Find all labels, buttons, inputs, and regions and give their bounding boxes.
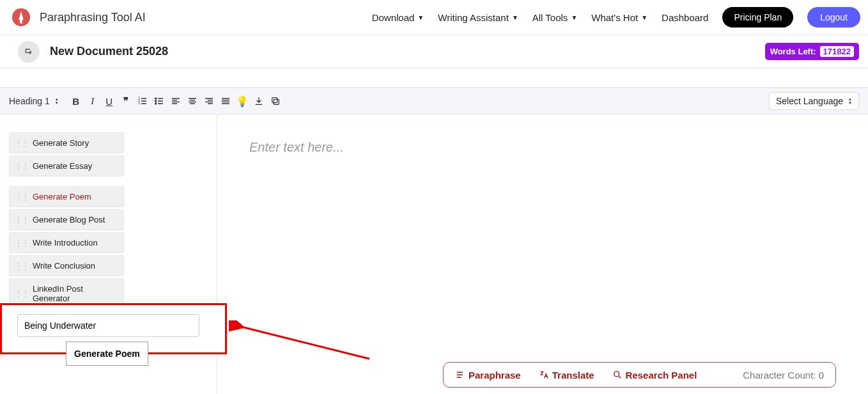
caret-down-icon: ▼ [641, 14, 647, 21]
sidebar-item-generate-story[interactable]: ⋮⋮Generate Story [9, 132, 124, 154]
svg-line-9 [242, 327, 369, 359]
svg-point-4 [155, 98, 156, 99]
grip-icon: ⋮⋮ [15, 239, 29, 248]
sidebar-item-generate-essay[interactable]: ⋮⋮Generate Essay [9, 155, 124, 177]
underline-button[interactable]: U [101, 93, 118, 109]
svg-rect-8 [272, 98, 277, 103]
caret-down-icon: ▼ [417, 14, 424, 21]
caret-down-icon: ▼ [512, 14, 518, 21]
grip-icon: ⋮⋮ [15, 216, 29, 225]
grip-icon: ⋮⋮ [15, 193, 29, 201]
app-logo [12, 8, 31, 27]
translate-button[interactable]: Translate [539, 370, 594, 381]
sidebar-item-write-conclusion[interactable]: ⋮⋮Write Conclusion [9, 255, 124, 276]
align-center-button[interactable] [184, 93, 201, 109]
sidebar-item-write-introduction[interactable]: ⋮⋮Write Introduction [9, 232, 124, 253]
heading-selector[interactable]: Heading 1 ▲▼ [9, 96, 59, 106]
grip-icon: ⋮⋮ [15, 262, 29, 271]
main-header: Paraphrasing Tool AI Download▼ Writing A… [0, 0, 868, 35]
italic-button[interactable]: I [84, 93, 101, 109]
nav-writing-assistant[interactable]: Writing Assistant▼ [438, 12, 518, 23]
grip-icon: ⋮⋮ [15, 289, 29, 298]
sidebar: ⋮⋮Generate Story ⋮⋮Generate Essay ⋮⋮Gene… [0, 114, 217, 394]
bottom-action-panel: Paraphrase Translate Research Panel Char… [443, 362, 836, 388]
document-title: New Document 25028 [50, 45, 168, 58]
nav-dashboard[interactable]: Dashboard [662, 12, 708, 23]
prompt-input[interactable] [17, 314, 199, 337]
sidebar-item-generate-blog-post[interactable]: ⋮⋮Generate Blog Post [9, 209, 124, 230]
align-justify-button[interactable] [217, 93, 234, 109]
logout-button[interactable]: Logout [807, 7, 860, 28]
character-count: Character Count: 0 [743, 370, 824, 381]
svg-rect-7 [274, 99, 279, 104]
unordered-list-button[interactable] [151, 93, 167, 109]
grip-icon: ⋮⋮ [15, 139, 29, 148]
quote-button[interactable]: ❞ [118, 93, 134, 109]
editor-area[interactable]: Enter text here... Paraphrase Translate … [217, 114, 868, 394]
copy-button[interactable] [267, 93, 284, 109]
idea-button[interactable]: 💡 [234, 93, 251, 109]
generate-poem-button[interactable]: Generate Poem [66, 342, 148, 366]
brand-name: Paraphrasing Tool AI [40, 11, 146, 24]
back-icon[interactable] [18, 41, 40, 63]
sidebar-item-generate-poem[interactable]: ⋮⋮Generate Poem [9, 186, 124, 207]
download-button[interactable] [251, 93, 267, 109]
bold-button[interactable]: B [68, 93, 84, 109]
svg-text:3: 3 [138, 102, 140, 105]
editor-toolbar: Heading 1 ▲▼ B I U ❞ 123 💡 Select Langua… [0, 88, 868, 114]
research-panel-button[interactable]: Research Panel [612, 370, 697, 381]
nav-whats-hot[interactable]: What's Hot▼ [591, 12, 647, 23]
caret-down-icon: ▼ [571, 14, 577, 21]
svg-point-10 [614, 372, 619, 377]
annotation-arrow [229, 320, 376, 365]
align-left-button[interactable] [167, 93, 184, 109]
nav-download[interactable]: Download▼ [372, 12, 424, 23]
nav-all-tools[interactable]: All Tools▼ [532, 12, 578, 23]
pricing-plan-button[interactable]: Pricing Plan [722, 7, 793, 28]
language-selector[interactable]: Select Language ▲▼ [769, 92, 859, 110]
words-left-badge: Words Left: 171822 [765, 43, 859, 60]
svg-point-6 [155, 103, 156, 104]
paraphrase-button[interactable]: Paraphrase [455, 370, 521, 381]
editor-placeholder: Enter text here... [249, 140, 344, 154]
subheader: New Document 25028 Words Left: 171822 [0, 35, 868, 68]
align-right-button[interactable] [201, 93, 217, 109]
svg-point-5 [155, 100, 156, 102]
grip-icon: ⋮⋮ [15, 162, 29, 171]
ordered-list-button[interactable]: 123 [134, 93, 151, 109]
